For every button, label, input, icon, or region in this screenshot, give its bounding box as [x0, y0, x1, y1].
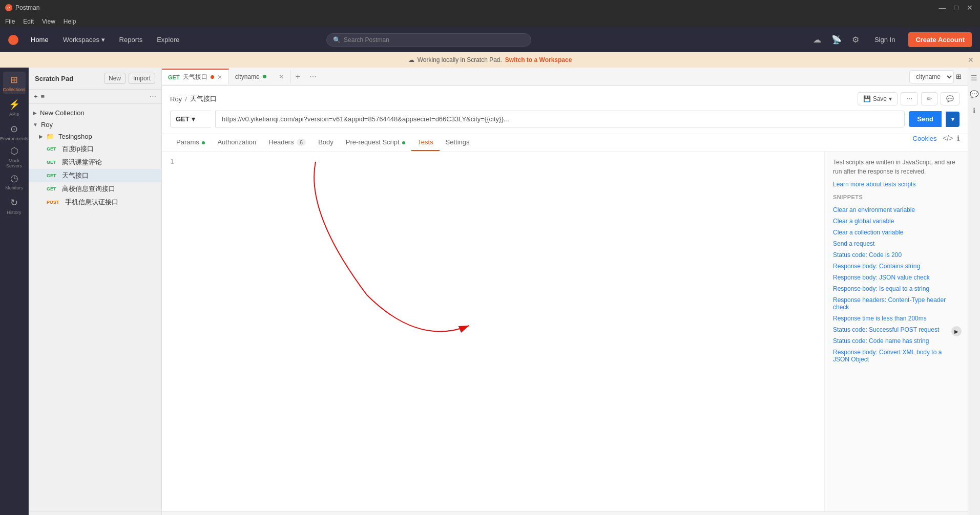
- search-bar[interactable]: 🔍 Search Postman: [326, 33, 531, 47]
- tab-add-button[interactable]: +: [290, 69, 305, 84]
- menu-file[interactable]: File: [5, 18, 15, 25]
- tab-authorization[interactable]: Authorization: [211, 134, 262, 151]
- snippets-expand-button[interactable]: ▶: [951, 326, 962, 336]
- snippet-content-type[interactable]: Response headers: Content-Type header ch…: [833, 294, 960, 313]
- tab-tianqi[interactable]: GET 天气接口 ✕: [162, 69, 229, 84]
- tab-close-icon[interactable]: ✕: [217, 74, 222, 81]
- snippet-equal-string[interactable]: Response body: Is equal to a string: [833, 283, 960, 294]
- create-account-button[interactable]: Create Account: [908, 32, 972, 47]
- sidebar-item-history[interactable]: ↻ History: [3, 195, 26, 217]
- info-icon[interactable]: ℹ: [957, 134, 960, 142]
- edit-icon-button[interactable]: ✏: [921, 92, 937, 105]
- sidebar-item-environments[interactable]: ⊙ Environments: [3, 121, 26, 143]
- status-tab-body[interactable]: Body: [170, 512, 194, 516]
- close-button[interactable]: ✕: [965, 4, 975, 12]
- new-button[interactable]: New: [104, 73, 126, 84]
- env-select-dropdown[interactable]: cityname: [909, 70, 954, 83]
- scratch-pad-title: Scratch Pad: [35, 75, 73, 82]
- code-icon[interactable]: </>: [943, 134, 953, 142]
- more-actions-button[interactable]: ⋯: [901, 92, 918, 105]
- save-dropdown-icon[interactable]: ▾: [889, 95, 892, 102]
- tab-cityname[interactable]: cityname ✕: [229, 70, 290, 83]
- satellite-icon[interactable]: 📡: [829, 33, 844, 47]
- snippet-code-name[interactable]: Status code: Code name has string: [833, 335, 960, 347]
- switch-to-workspace-link[interactable]: Switch to a Workspace: [505, 56, 572, 63]
- settings-icon[interactable]: ⚙: [850, 33, 861, 47]
- status-tab-test-results[interactable]: Test Results: [269, 512, 313, 516]
- sidebar-item-collections[interactable]: ⊞ Collections: [3, 72, 26, 94]
- import-button[interactable]: Import: [129, 73, 155, 84]
- nav-workspaces[interactable]: Workspaces ▾: [57, 33, 111, 47]
- search-placeholder: Search Postman: [344, 36, 389, 44]
- sidebar-item-mock-servers[interactable]: ⬡ Mock Servers: [3, 145, 26, 168]
- right-panel-expand-btn[interactable]: ☰: [969, 72, 979, 84]
- tesingshop-folder-item[interactable]: ▶ 📁 Tesingshop: [29, 131, 161, 142]
- method-select[interactable]: GET ▾: [170, 111, 211, 127]
- status-tab-headers[interactable]: Headers (9): [227, 512, 269, 516]
- menu-edit[interactable]: Edit: [23, 18, 34, 25]
- tab-tests[interactable]: Tests: [411, 134, 439, 151]
- signin-button[interactable]: Sign In: [867, 33, 902, 47]
- snippet-clear-global[interactable]: Clear a global variable: [833, 216, 960, 227]
- shouji-item[interactable]: POST 手机信息认证接口: [29, 196, 161, 209]
- get-badge: GET: [45, 146, 58, 152]
- baidu-ip-item[interactable]: GET 百度ip接口: [29, 142, 161, 156]
- more-options-icon[interactable]: ⋯: [150, 93, 156, 100]
- nav-explore[interactable]: Explore: [151, 33, 185, 47]
- send-dropdown-button[interactable]: ▾: [946, 112, 960, 127]
- banner-close-button[interactable]: ✕: [968, 56, 974, 64]
- url-input[interactable]: [215, 111, 905, 127]
- chevron-right-icon: ▶: [33, 110, 37, 116]
- sidebar-item-apis[interactable]: ⚡ APIs: [3, 96, 26, 119]
- nav-reports[interactable]: Reports: [113, 33, 149, 47]
- gaoxiao-item[interactable]: GET 高校信息查询接口: [29, 182, 161, 196]
- cookies-button[interactable]: Cookies: [913, 135, 937, 142]
- add-collection-btn[interactable]: +: [34, 93, 38, 100]
- request-area: Roy / 天气接口 💾 Save ▾ ⋯ ✏ 💬 GET ▾: [162, 86, 968, 134]
- snippet-clear-env[interactable]: Clear an environment variable: [833, 204, 960, 216]
- comment-icon-button[interactable]: 💬: [941, 92, 960, 105]
- roy-collection-item[interactable]: ▼ Roy: [29, 119, 161, 131]
- snippets-learn-link[interactable]: Learn more about tests scripts: [833, 181, 915, 188]
- tab-headers[interactable]: Headers 6: [262, 134, 312, 151]
- request-tabs: Params Authorization Headers 6 Body Pre-…: [162, 134, 968, 152]
- sidebar-icons: ⊞ Collections ⚡ APIs ⊙ Environments ⬡ Mo…: [0, 68, 29, 515]
- sort-icon[interactable]: ≡: [41, 93, 45, 100]
- tianqi-item[interactable]: GET 天气接口: [29, 169, 161, 182]
- tab-pre-request[interactable]: Pre-request Script: [340, 134, 411, 151]
- monitors-icon: ◷: [10, 173, 18, 184]
- snippet-send-request[interactable]: Send a request: [833, 238, 960, 249]
- baidu-ip-label: 百度ip接口: [62, 144, 94, 154]
- right-panel-chat-btn[interactable]: 💬: [968, 88, 980, 100]
- nav-home[interactable]: Home: [25, 33, 55, 47]
- env-expand-icon[interactable]: ⊞: [956, 73, 962, 80]
- window-controls[interactable]: — □ ✕: [937, 4, 975, 12]
- snippet-xml-to-json[interactable]: Response body: Convert XML body to a JSO…: [833, 347, 960, 365]
- sync-icon[interactable]: ☁: [811, 33, 823, 47]
- snippet-successful-post[interactable]: Status code: Successful POST request: [833, 324, 960, 335]
- tab-more-button[interactable]: ⋯: [305, 70, 321, 84]
- tab-close-icon[interactable]: ✕: [279, 73, 284, 80]
- snippet-clear-collection[interactable]: Clear a collection variable: [833, 227, 960, 238]
- tab-params[interactable]: Params: [170, 134, 211, 151]
- snippet-status-200[interactable]: Status code: Code is 200: [833, 249, 960, 261]
- send-button[interactable]: Send: [909, 111, 942, 127]
- menu-view[interactable]: View: [42, 18, 55, 25]
- new-collection-item[interactable]: ▶ New Collection: [29, 107, 161, 119]
- snippet-response-time[interactable]: Response time is less than 200ms: [833, 313, 960, 324]
- save-button[interactable]: 💾 Save ▾: [858, 92, 898, 105]
- snippet-response-contains[interactable]: Response body: Contains string: [833, 261, 960, 272]
- right-panel-info-btn[interactable]: ℹ: [971, 104, 977, 117]
- tab-settings[interactable]: Settings: [440, 134, 476, 151]
- editor-area[interactable]: 1: [162, 152, 824, 511]
- maximize-button[interactable]: □: [952, 4, 961, 12]
- status-tab-cookies[interactable]: Cookies: [194, 512, 226, 516]
- menu-help[interactable]: Help: [64, 18, 76, 25]
- snippet-json-value[interactable]: Response body: JSON value check: [833, 272, 960, 283]
- history-icon: ↻: [10, 197, 18, 208]
- sidebar-item-monitors[interactable]: ◷ Monitors: [3, 170, 26, 192]
- breadcrumb-roy[interactable]: Roy: [170, 95, 182, 103]
- minimize-button[interactable]: —: [937, 4, 948, 12]
- tab-body[interactable]: Body: [312, 134, 340, 151]
- tengxun-item[interactable]: GET 腾讯课堂评论: [29, 156, 161, 169]
